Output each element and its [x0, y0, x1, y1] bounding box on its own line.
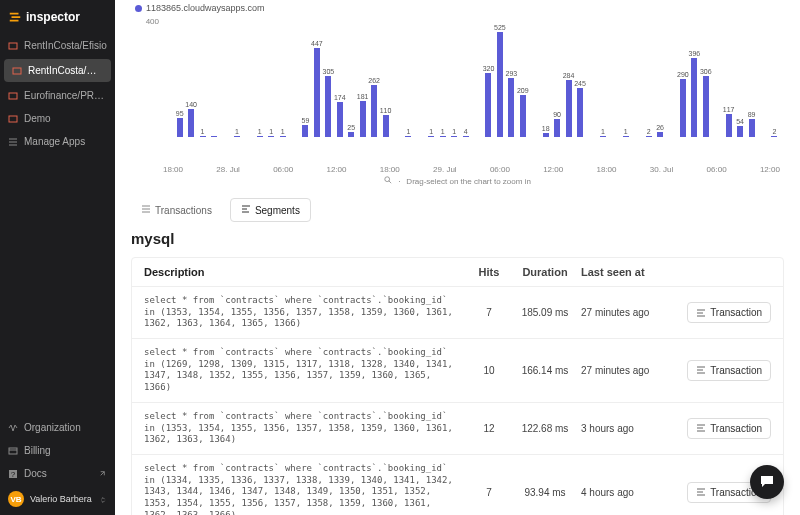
sidebar-nav: RentInCosta/Efisio RentInCosta/Sorr... E… [0, 34, 115, 416]
bar[interactable]: 1 [449, 128, 459, 137]
bar[interactable]: 181 [357, 93, 367, 137]
bar[interactable]: 396 [689, 50, 699, 137]
cell-lastseen: 3 hours ago [581, 423, 673, 434]
bar[interactable]: 245 [575, 80, 585, 137]
bar[interactable]: 262 [369, 77, 379, 137]
bar[interactable] [632, 136, 642, 137]
bar[interactable] [415, 136, 425, 137]
bar[interactable]: 306 [701, 68, 711, 137]
bar[interactable]: 293 [506, 70, 516, 137]
bar[interactable]: 320 [483, 65, 493, 137]
bar[interactable]: 1 [598, 128, 608, 137]
bar[interactable]: 209 [518, 87, 528, 137]
bar[interactable]: 26 [655, 124, 665, 137]
bar[interactable]: 95 [174, 110, 184, 137]
bar[interactable]: 89 [746, 111, 756, 137]
app-icon [8, 41, 18, 51]
x-tick: 06:00 [707, 165, 727, 174]
bar-value-label: 1 [235, 128, 239, 135]
bar[interactable] [586, 136, 596, 137]
sidebar-item-label: Billing [24, 445, 51, 456]
bar[interactable] [666, 136, 676, 137]
transaction-button[interactable]: Transaction [687, 302, 771, 323]
sidebar-item-app[interactable]: RentInCosta/Sorr... [4, 59, 111, 82]
transaction-button[interactable]: Transaction [687, 418, 771, 439]
bar[interactable]: 1 [621, 128, 631, 137]
bar[interactable] [472, 136, 482, 137]
table-row: select * from `contracts` where `contrac… [132, 403, 783, 455]
app-icon [8, 114, 18, 124]
x-tick: 06:00 [273, 165, 293, 174]
bar[interactable]: 1 [197, 128, 207, 137]
bar[interactable]: 290 [678, 71, 688, 137]
bar[interactable]: 174 [335, 94, 345, 137]
bar[interactable]: 1 [266, 128, 276, 137]
table-header: Description Hits Duration Last seen at [132, 258, 783, 287]
bar[interactable]: 4 [460, 128, 470, 137]
bar[interactable]: 1 [232, 128, 242, 137]
bar[interactable]: 110 [380, 107, 390, 137]
bar[interactable]: 447 [312, 40, 322, 137]
transaction-icon [696, 365, 706, 375]
bar[interactable] [712, 136, 722, 137]
bar[interactable] [163, 136, 173, 137]
bar[interactable]: 305 [323, 68, 333, 137]
bar[interactable]: 1 [426, 128, 436, 137]
cell-lastseen: 4 hours ago [581, 487, 673, 498]
bar-value-label: 54 [736, 118, 744, 125]
bar[interactable] [243, 136, 253, 137]
sidebar-item-label: Eurofinance/PROD [24, 90, 107, 101]
sidebar-item-app[interactable]: Eurofinance/PROD [0, 84, 115, 107]
bar[interactable]: 59 [300, 117, 310, 137]
transaction-icon [696, 423, 706, 433]
bar-value-label: 293 [506, 70, 518, 77]
transaction-button[interactable]: Transaction [687, 360, 771, 381]
x-tick: 12:00 [760, 165, 780, 174]
svg-rect-3 [9, 116, 17, 122]
bar[interactable]: 90 [552, 111, 562, 137]
bar[interactable]: 1 [438, 128, 448, 137]
user-menu[interactable]: VB Valerio Barbera [0, 485, 115, 513]
cell-duration: 93.94 ms [517, 487, 573, 498]
sidebar-item-app[interactable]: Demo [0, 107, 115, 130]
bar[interactable]: 1 [277, 128, 287, 137]
x-tick: 18:00 [380, 165, 400, 174]
bar[interactable] [220, 136, 230, 137]
sidebar-item-manage-apps[interactable]: Manage Apps [0, 130, 115, 153]
bar[interactable]: 18 [540, 125, 550, 137]
bar[interactable] [529, 136, 539, 137]
th-description: Description [144, 266, 461, 278]
bar[interactable]: 25 [346, 124, 356, 137]
bar[interactable] [758, 136, 768, 137]
bar[interactable]: 284 [563, 72, 573, 137]
sidebar-item-docs[interactable]: ? Docs [0, 462, 115, 485]
tab-segments[interactable]: Segments [230, 198, 311, 222]
bar-value-label: 262 [368, 77, 380, 84]
bar[interactable]: 525 [495, 24, 505, 137]
sidebar: inspector RentInCosta/Efisio RentInCosta… [0, 0, 115, 515]
app-icon [12, 66, 22, 76]
sidebar-item-organization[interactable]: Organization [0, 416, 115, 439]
bar[interactable]: 54 [735, 118, 745, 137]
bar[interactable] [392, 136, 402, 137]
app-logo[interactable]: inspector [0, 0, 115, 34]
section-title: mysql [131, 230, 784, 247]
bar[interactable] [209, 135, 219, 137]
bar[interactable] [609, 136, 619, 137]
bar[interactable]: 1 [403, 128, 413, 137]
bar[interactable] [289, 136, 299, 137]
bar[interactable]: 1 [255, 128, 265, 137]
chart-legend: 1183865.cloudwaysapps.com [135, 0, 780, 15]
bar[interactable]: 2 [643, 128, 653, 137]
bar-value-label: 25 [347, 124, 355, 131]
bar[interactable]: 117 [723, 106, 733, 137]
bar[interactable]: 140 [186, 101, 196, 137]
bar-value-label: 1 [281, 128, 285, 135]
sidebar-item-billing[interactable]: Billing [0, 439, 115, 462]
tab-transactions[interactable]: Transactions [131, 198, 222, 222]
chat-fab[interactable] [750, 465, 784, 499]
bar-chart[interactable]: 400 951401111159447305174251812621101111… [135, 15, 780, 160]
sql-query: select * from `contracts` where `contrac… [144, 347, 461, 394]
bar[interactable]: 2 [769, 128, 779, 137]
sidebar-item-app[interactable]: RentInCosta/Efisio [0, 34, 115, 57]
